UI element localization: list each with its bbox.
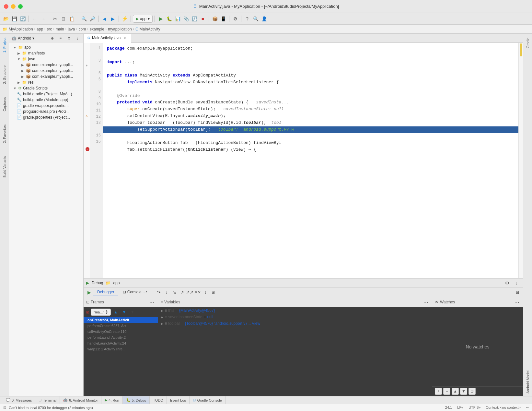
project-equalize-btn[interactable]: ≡	[57, 35, 64, 41]
evaluate-btn[interactable]: ✕✕	[194, 289, 201, 296]
back-button[interactable]: ←	[31, 15, 39, 23]
var-toolbar[interactable]: ▶ ≡ toolbar = {Toolbar@4570} "android.su…	[158, 320, 432, 327]
tab-close-button[interactable]: ×	[122, 36, 127, 40]
status-tab-terminal[interactable]: ⊡ Terminal	[35, 396, 60, 404]
sidebar-tab-favorites[interactable]: 2: Favorites	[1, 122, 8, 146]
tree-item-res[interactable]: ▶ 📁 res	[9, 79, 83, 85]
project-sort-btn[interactable]: ⚙	[66, 35, 72, 41]
run-button[interactable]: ▶	[157, 15, 165, 23]
sidebar-tab-build-variants[interactable]: Build Variants	[1, 153, 8, 180]
avd-manager-button[interactable]: 📱	[219, 15, 227, 23]
encoding[interactable]: UTF-8÷	[468, 405, 480, 410]
reload-button[interactable]: 🔃	[191, 15, 198, 23]
debug-button[interactable]: 🐛	[165, 15, 173, 23]
run-to-cursor-btn[interactable]: ↗↗	[186, 289, 193, 296]
var-savedinstancestate[interactable]: ▶ ≡ savedInstanceState = null	[158, 314, 432, 320]
editor-tab-mainactivity[interactable]: C MainActivity.java ×	[84, 34, 131, 43]
console-tab[interactable]: ⊡ Console →•	[119, 288, 151, 296]
var-this[interactable]: ▶ ≡ this = {MainActivity@4567}	[158, 307, 432, 314]
tree-item-gradle-scripts[interactable]: ▼ ⚙ Gradle Scripts	[9, 85, 83, 91]
maximize-button[interactable]	[18, 4, 23, 9]
right-tab-gradle[interactable]: Gradle	[525, 35, 531, 51]
breadcrumb-myapplication[interactable]: MyApplication	[9, 27, 33, 31]
frames-expand-btn[interactable]: →•	[148, 299, 155, 306]
tree-item-gradle-wrapper[interactable]: 📄 gradle-wrapper.propertie...	[9, 103, 83, 109]
project-collapse-btn[interactable]: ↕	[74, 35, 81, 41]
search-everywhere-button[interactable]: 🔍	[252, 15, 260, 23]
step-over-btn[interactable]: ↷	[155, 289, 162, 296]
sidebar-tab-project[interactable]: 1: Project	[1, 35, 8, 55]
breadcrumb-mainactivity[interactable]: C MainActivity	[135, 27, 160, 31]
debug-settings-btn[interactable]: ⚙	[503, 279, 511, 287]
status-tab-debug[interactable]: 🐛 5: Debug	[123, 396, 150, 404]
variables-expand-btn[interactable]: →•	[422, 299, 429, 306]
step-into-btn[interactable]: ↓	[163, 289, 170, 296]
watches-remove-btn[interactable]: −	[443, 388, 450, 395]
sdk-manager-button[interactable]: 📦	[211, 15, 219, 23]
sync-button[interactable]: 🔄	[19, 15, 27, 23]
frame-handlelaunch[interactable]: handleLaunchActivity:24	[84, 340, 158, 346]
sidebar-tab-structure[interactable]: 2: Structure	[1, 63, 8, 87]
tree-item-gradle-properties[interactable]: 📄 gradle.properties (Project...	[9, 114, 83, 120]
tree-item-proguard[interactable]: 📄 proguard-rules.pro (ProG...	[9, 109, 83, 114]
breakpoint-marker[interactable]: ⚠	[86, 147, 89, 151]
thread-filter-btn[interactable]: ▿	[129, 309, 136, 316]
debug-pin-btn[interactable]: ↓	[513, 279, 520, 287]
tree-item-manifests[interactable]: ▶ 📁 manifests	[9, 50, 83, 56]
settings-button[interactable]: ⚙	[231, 15, 239, 23]
search-button[interactable]: 🔍	[80, 15, 88, 23]
watches-add-btn[interactable]: +	[435, 388, 442, 395]
gutter-bp[interactable]: ⚠	[84, 145, 90, 153]
cut-button[interactable]: ✂	[51, 15, 59, 23]
sidebar-tab-captures[interactable]: Captures	[1, 94, 8, 114]
code-editor[interactable]: + ⚠	[84, 43, 523, 278]
make-run-button[interactable]: ⚡	[121, 15, 129, 23]
debugger-tab[interactable]: Debugger	[93, 288, 118, 296]
status-tab-todo[interactable]: TODO	[150, 396, 167, 404]
frame-performlaunch[interactable]: performLaunchActivity:2	[84, 335, 158, 340]
force-step-into-btn[interactable]: ↘	[171, 289, 178, 296]
step-out-btn[interactable]: ↗	[179, 289, 186, 296]
collapse-import-icon[interactable]: +	[86, 64, 87, 68]
android-view-selector[interactable]: 🤖 Android ▾	[12, 36, 34, 41]
profile-button[interactable]: 📊	[174, 15, 181, 23]
nav-back-button[interactable]: ◀	[100, 15, 108, 23]
breadcrumb-app[interactable]: app	[37, 27, 43, 31]
project-settings-btn[interactable]: ⊕	[49, 35, 55, 41]
frame-callactivity[interactable]: callActivityOnCreate:110	[84, 329, 158, 335]
breadcrumb-com[interactable]: com	[78, 27, 86, 31]
find-replace-button[interactable]: 🔎	[88, 15, 96, 23]
close-button[interactable]	[4, 4, 8, 9]
debug-layout-btn[interactable]: ⊟	[514, 289, 521, 296]
frame-oncreate[interactable]: onCreate:24, MainActivit	[84, 317, 158, 323]
breadcrumb-myapplication2[interactable]: myapplication	[108, 27, 132, 31]
resume-button[interactable]: ▶	[86, 289, 93, 296]
cursor-position[interactable]: 24:1	[445, 405, 452, 410]
breadcrumb-example[interactable]: example	[90, 27, 104, 31]
help-button[interactable]: ?	[243, 15, 251, 23]
tree-item-build-gradle-project[interactable]: 🔧 build.gradle (Project: MyA...)	[9, 91, 83, 97]
breadcrumb-java[interactable]: java	[68, 27, 75, 31]
watches-up-btn[interactable]: ▲	[452, 388, 459, 395]
copy-button[interactable]: ⊡	[60, 15, 67, 23]
status-tab-android-monitor[interactable]: 🤖 6: Android Monitor	[60, 396, 101, 404]
frame-performcreate[interactable]: performCreate:6237, Act	[84, 323, 158, 329]
status-tab-run[interactable]: ▶ 4: Run	[101, 396, 122, 404]
watches-expand-btn[interactable]: →•	[513, 299, 520, 306]
tree-item-build-gradle-app[interactable]: 🔧 build.gradle (Module: app)	[9, 97, 83, 103]
watches-down-btn[interactable]: ▼	[460, 388, 467, 395]
tree-item-app[interactable]: ▼ 📁 app	[9, 44, 83, 50]
status-tab-event-log[interactable]: Event Log	[167, 396, 190, 404]
tree-item-java[interactable]: ▼ 📁 java	[9, 56, 83, 62]
trace-btn[interactable]: ↕	[202, 289, 209, 296]
status-tab-messages[interactable]: 💬 0: Messages	[3, 396, 35, 404]
breadcrumb-src[interactable]: src	[47, 27, 52, 31]
thread-down-btn[interactable]: ▼	[121, 309, 128, 316]
line-ending[interactable]: LF÷	[457, 405, 463, 410]
breadcrumb-main[interactable]: main	[56, 27, 64, 31]
attach-button[interactable]: 📎	[182, 15, 190, 23]
tree-item-pkg2[interactable]: ▶ 📦 com.example.myappli...	[9, 68, 83, 74]
tree-item-pkg1[interactable]: ▶ 📦 com.example.myappli...	[9, 62, 83, 68]
app-selector[interactable]: ▶ app ▾	[133, 15, 153, 23]
thread-up-btn[interactable]: ▲	[112, 309, 119, 316]
